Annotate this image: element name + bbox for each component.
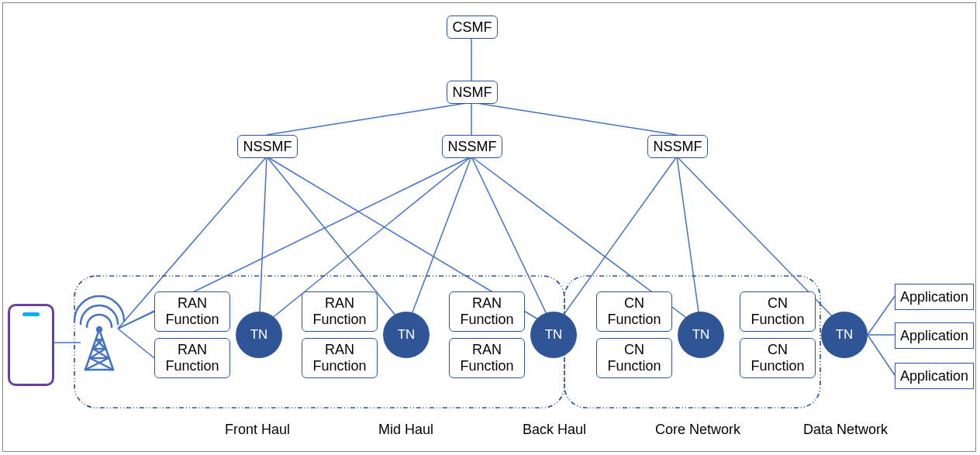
ran-func-3: RAN Function xyxy=(302,338,378,378)
svg-line-21 xyxy=(868,335,895,375)
cn-func-3: CN Function xyxy=(740,338,816,378)
app-2: Application xyxy=(895,363,974,389)
ran-func-1: RAN Function xyxy=(154,338,230,378)
svg-line-5 xyxy=(259,157,267,329)
tower-icon xyxy=(81,304,118,370)
ran-func-2: RAN Function xyxy=(302,291,378,332)
cn-func-0: CN Function xyxy=(596,291,672,332)
svg-line-1 xyxy=(267,102,471,135)
phone-icon xyxy=(8,304,54,386)
node-csmf: CSMF xyxy=(447,16,498,39)
ran-func-4: RAN Function xyxy=(449,291,525,332)
label-data-network: Data Network xyxy=(803,422,888,438)
svg-line-14 xyxy=(677,157,701,329)
cn-func-2: CN Function xyxy=(740,291,816,332)
node-nssmf-0: NSSMF xyxy=(237,135,298,158)
diagram-frame: CSMF NSMF NSSMF NSSMF NSSMF RAN Function… xyxy=(2,2,976,452)
cn-func-1: CN Function xyxy=(596,338,672,378)
label-front-haul: Front Haul xyxy=(225,422,290,438)
svg-line-3 xyxy=(471,102,677,135)
label-core-network: Core Network xyxy=(655,422,740,438)
svg-line-17 xyxy=(118,329,154,358)
tn-0: TN xyxy=(236,312,282,358)
node-nssmf-2: NSSMF xyxy=(647,135,708,158)
ran-func-0: RAN Function xyxy=(154,291,230,332)
tn-1: TN xyxy=(383,312,430,358)
node-nssmf-1: NSSMF xyxy=(442,135,502,158)
label-back-haul: Back Haul xyxy=(523,422,586,438)
ran-func-5: RAN Function xyxy=(449,338,525,378)
connector-lines xyxy=(3,3,975,451)
tn-2: TN xyxy=(530,312,577,358)
app-1: Application xyxy=(895,322,974,349)
svg-line-19 xyxy=(868,296,895,335)
label-mid-haul: Mid Haul xyxy=(378,422,433,438)
tn-4: TN xyxy=(821,312,868,358)
tn-3: TN xyxy=(678,312,724,358)
node-nsmf: NSMF xyxy=(447,81,498,104)
app-0: Application xyxy=(895,284,974,310)
